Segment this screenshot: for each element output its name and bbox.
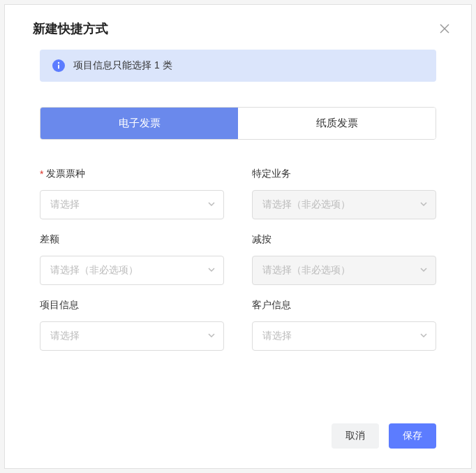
- form-grid: * 发票票种 请选择 特定业务 请选择（非必选项）: [40, 168, 436, 351]
- select-invoice-type[interactable]: 请选择: [40, 190, 224, 219]
- svg-rect-3: [58, 65, 59, 69]
- modal-footer: 取消 保存: [332, 423, 436, 449]
- field-invoice-type: * 发票票种 请选择: [40, 168, 224, 219]
- modal-header: 新建快捷方式: [5, 5, 471, 50]
- field-balance: 差额 请选择（非必选项）: [40, 233, 224, 285]
- select-customer-info[interactable]: 请选择: [252, 321, 436, 351]
- label-balance: 差额: [40, 233, 224, 246]
- info-banner: 项目信息只能选择 1 类: [40, 50, 436, 82]
- label-specific-business: 特定业务: [252, 168, 436, 180]
- info-icon: [52, 59, 65, 72]
- svg-point-4: [58, 62, 59, 64]
- modal-dialog: 新建快捷方式 项目信息只能选择 1 类 电子发票 纸质发票: [4, 4, 472, 469]
- field-project-info: 项目信息 请选择: [40, 299, 224, 351]
- label-deduction: 减按: [252, 233, 436, 246]
- select-deduction[interactable]: 请选择（非必选项）: [252, 256, 436, 285]
- save-button[interactable]: 保存: [389, 423, 436, 449]
- cancel-button[interactable]: 取消: [332, 423, 379, 449]
- modal-title: 新建快捷方式: [33, 20, 108, 37]
- field-specific-business: 特定业务 请选择（非必选项）: [252, 168, 436, 219]
- select-balance[interactable]: 请选择（非必选项）: [40, 256, 224, 285]
- info-text: 项目信息只能选择 1 类: [73, 59, 172, 72]
- tabs: 电子发票 纸质发票: [40, 107, 436, 140]
- close-icon[interactable]: [439, 23, 450, 34]
- required-marker: *: [40, 168, 43, 180]
- select-project-info[interactable]: 请选择: [40, 321, 224, 351]
- label-customer-info: 客户信息: [252, 299, 436, 312]
- tab-electronic-invoice[interactable]: 电子发票: [40, 108, 238, 139]
- field-deduction: 减按 请选择（非必选项）: [252, 233, 436, 285]
- field-customer-info: 客户信息 请选择: [252, 299, 436, 351]
- select-specific-business[interactable]: 请选择（非必选项）: [252, 190, 436, 219]
- label-project-info: 项目信息: [40, 299, 224, 312]
- label-invoice-type: * 发票票种: [40, 168, 224, 180]
- modal-body: 项目信息只能选择 1 类 电子发票 纸质发票 * 发票票种 请选择: [5, 50, 471, 351]
- tab-paper-invoice[interactable]: 纸质发票: [238, 108, 436, 139]
